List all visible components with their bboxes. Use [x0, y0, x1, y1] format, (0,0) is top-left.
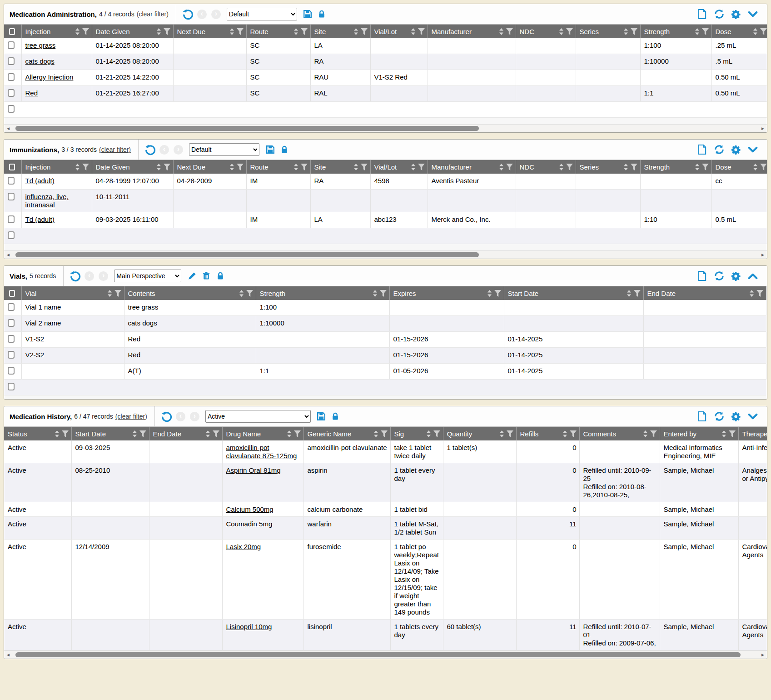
delete-icon[interactable] — [200, 270, 212, 282]
column-header-route[interactable]: Route — [246, 25, 310, 38]
save-icon[interactable] — [315, 410, 328, 423]
sort-icon[interactable] — [373, 430, 378, 437]
filter-icon[interactable] — [506, 28, 513, 35]
sort-icon[interactable] — [75, 28, 80, 35]
next-icon[interactable]: › — [97, 270, 109, 282]
sort-icon[interactable] — [643, 430, 648, 437]
prev-icon[interactable]: ‹ — [158, 144, 170, 156]
column-header-comments[interactable]: Comments — [579, 427, 660, 440]
perspective-select[interactable]: Main Perspective — [114, 270, 181, 282]
sort-icon[interactable] — [353, 28, 358, 35]
record-link[interactable]: influenza, live, intranasal — [25, 193, 69, 209]
sort-icon[interactable] — [623, 164, 628, 170]
prev-icon[interactable]: ‹ — [196, 8, 208, 20]
column-header-generic-name[interactable]: Generic Name — [303, 427, 390, 440]
clear-filter-link[interactable]: (clear filter) — [137, 10, 169, 18]
new-row-checkbox[interactable] — [8, 105, 15, 113]
column-header-next-due[interactable]: Next Due — [173, 25, 246, 38]
prev-icon[interactable]: ‹ — [174, 410, 187, 423]
sort-icon[interactable] — [487, 290, 492, 297]
sort-icon[interactable] — [426, 430, 431, 437]
chevron-down-icon[interactable] — [746, 8, 759, 20]
row-checkbox[interactable] — [8, 89, 15, 97]
scroll-right-arrow[interactable]: ► — [761, 126, 765, 131]
sort-icon[interactable] — [695, 164, 700, 170]
filter-icon[interactable] — [729, 430, 736, 437]
chevron-down-icon[interactable] — [746, 144, 759, 156]
new-document-icon[interactable] — [696, 410, 708, 423]
sort-icon[interactable] — [132, 430, 137, 437]
sort-icon[interactable] — [55, 430, 60, 437]
undo-icon[interactable] — [182, 8, 194, 20]
column-header-strength[interactable]: Strength — [640, 25, 711, 38]
perspective-select[interactable]: Default — [227, 8, 297, 20]
record-link[interactable]: Red — [25, 89, 38, 97]
select-all-checkbox[interactable] — [9, 290, 15, 297]
undo-icon[interactable] — [69, 270, 81, 282]
column-header-manufacturer[interactable]: Manufacturer — [428, 25, 516, 38]
sort-icon[interactable] — [559, 164, 564, 170]
chevron-down-icon[interactable] — [746, 410, 759, 423]
sort-icon[interactable] — [75, 164, 80, 170]
horizontal-scrollbar[interactable]: ◄ ► — [4, 124, 767, 132]
clear-filter-link[interactable]: (clear filter) — [115, 413, 147, 420]
column-header-date-given[interactable]: Date Given — [92, 160, 173, 174]
lock-icon[interactable] — [278, 144, 290, 156]
sort-icon[interactable] — [287, 430, 292, 437]
sort-icon[interactable] — [562, 430, 567, 437]
sort-icon[interactable] — [353, 164, 358, 170]
filter-icon[interactable] — [760, 164, 767, 170]
sort-icon[interactable] — [107, 290, 112, 297]
filter-icon[interactable] — [139, 430, 146, 437]
column-header-next-due[interactable]: Next Due — [173, 160, 246, 174]
scroll-right-arrow[interactable]: ► — [761, 653, 765, 657]
perspective-select[interactable]: Default — [189, 143, 259, 156]
edit-icon[interactable] — [186, 270, 198, 282]
filter-icon[interactable] — [213, 430, 219, 437]
column-header-drug-name[interactable]: Drug Name — [222, 427, 303, 440]
column-header-end-date[interactable]: End Date — [643, 286, 766, 300]
sort-icon[interactable] — [229, 164, 234, 170]
sort-icon[interactable] — [411, 164, 416, 170]
record-link[interactable]: Allergy Injection — [25, 73, 74, 81]
new-document-icon[interactable] — [696, 144, 708, 156]
gear-icon[interactable] — [730, 144, 742, 156]
next-icon[interactable]: › — [189, 410, 201, 423]
filter-icon[interactable] — [506, 164, 513, 170]
row-checkbox[interactable] — [8, 41, 15, 49]
sort-icon[interactable] — [239, 290, 244, 297]
sort-icon[interactable] — [753, 28, 758, 35]
record-link[interactable]: Td (adult) — [25, 177, 55, 185]
record-link[interactable]: Calcium 500mg — [226, 505, 274, 513]
column-header-therapeutic[interactable]: Therapeutic — [738, 427, 767, 440]
sort-icon[interactable] — [373, 290, 378, 297]
column-header-site[interactable]: Site — [310, 160, 370, 174]
row-checkbox[interactable] — [8, 57, 15, 65]
filter-icon[interactable] — [164, 28, 170, 35]
record-link[interactable]: Aspirin Oral 81mg — [226, 466, 281, 474]
horizontal-scrollbar[interactable]: ◄ ► — [4, 250, 767, 259]
sort-icon[interactable] — [156, 164, 161, 170]
column-header-strength[interactable]: Strength — [256, 286, 389, 300]
sort-icon[interactable] — [411, 28, 416, 35]
chevron-up-icon[interactable] — [746, 270, 759, 282]
filter-icon[interactable] — [237, 164, 244, 170]
scrollbar-track[interactable] — [12, 252, 759, 258]
sort-icon[interactable] — [293, 28, 298, 35]
select-all-checkbox[interactable] — [9, 164, 15, 170]
filter-icon[interactable] — [566, 164, 573, 170]
filter-icon[interactable] — [631, 28, 637, 35]
record-link[interactable]: tree grass — [25, 41, 56, 49]
new-document-icon[interactable] — [696, 270, 708, 282]
new-document-icon[interactable] — [696, 8, 708, 20]
lock-icon[interactable] — [329, 410, 342, 423]
column-header-series[interactable]: Series — [576, 160, 640, 174]
column-header-vial[interactable]: Vial — [21, 286, 124, 300]
sort-icon[interactable] — [749, 290, 754, 297]
perspective-select[interactable]: Active — [205, 410, 311, 423]
refresh-icon[interactable] — [713, 144, 725, 156]
row-checkbox[interactable] — [8, 335, 15, 343]
column-header-site[interactable]: Site — [310, 25, 370, 38]
sort-icon[interactable] — [721, 430, 726, 437]
filter-icon[interactable] — [494, 290, 501, 297]
